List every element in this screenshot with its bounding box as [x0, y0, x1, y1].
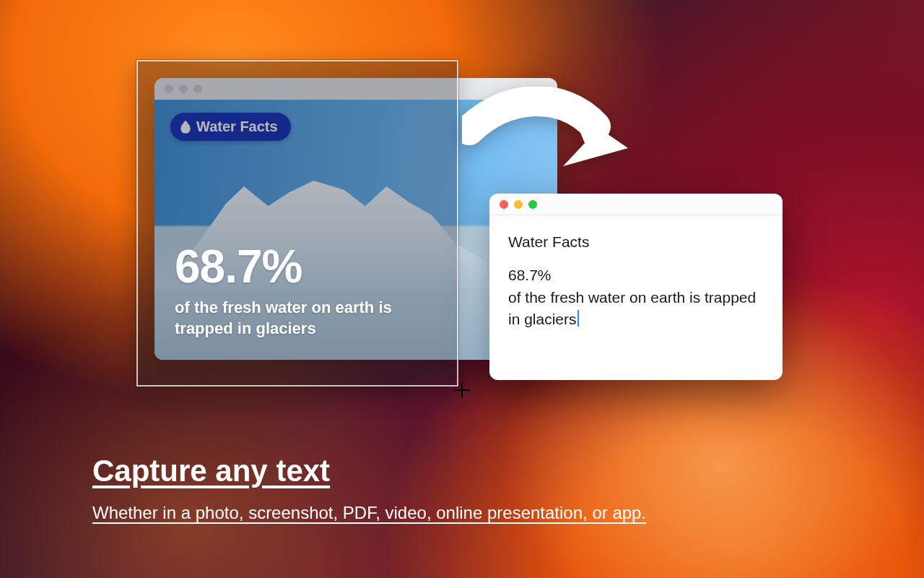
extracted-text-line: Water Facts	[508, 231, 764, 253]
zoom-icon[interactable]	[528, 200, 537, 209]
caption-subtitle: Whether in a photo, screenshot, PDF, vid…	[92, 503, 866, 523]
arrow-icon	[462, 87, 628, 195]
crosshair-cursor-icon	[454, 382, 470, 398]
stat-block: 68.7% of the fresh water on earth is tra…	[175, 243, 528, 340]
traffic-light-minimize-icon	[179, 85, 188, 93]
text-caret-icon	[578, 310, 579, 327]
water-drop-icon	[180, 121, 191, 134]
water-facts-badge: Water Facts	[170, 113, 291, 141]
extracted-text-block: 68.7% of the fresh water on earth is tra…	[508, 264, 764, 330]
extracted-text-line: of the fresh water on earth is trapped i…	[508, 289, 756, 327]
traffic-light-close-icon	[165, 85, 173, 93]
stat-value: 68.7%	[175, 243, 528, 290]
minimize-icon[interactable]	[514, 200, 523, 209]
close-icon[interactable]	[500, 200, 508, 209]
caption-title: Capture any text	[92, 454, 866, 488]
stat-description: of the fresh water on earth is trapped i…	[175, 297, 449, 340]
marketing-caption: Capture any text Whether in a photo, scr…	[92, 454, 866, 523]
result-text-body[interactable]: Water Facts 68.7% of the fresh water on …	[489, 215, 783, 358]
result-text-window[interactable]: Water Facts 68.7% of the fresh water on …	[489, 194, 783, 380]
result-window-titlebar	[489, 194, 783, 215]
traffic-light-zoom-icon	[193, 85, 202, 93]
badge-label: Water Facts	[196, 118, 278, 135]
